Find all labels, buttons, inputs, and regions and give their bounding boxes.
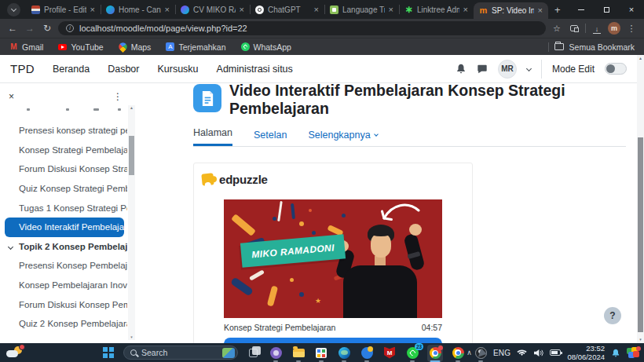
course-index-item[interactable]: Konsep Pembelajaran Inov... <box>0 276 127 295</box>
nav-link-dasbor[interactable]: Dasbor <box>108 64 139 75</box>
site-info-icon[interactable]: i <box>66 24 74 32</box>
course-index-item[interactable]: Prensesi konsep strategi pe... <box>0 121 127 141</box>
messages-icon[interactable] <box>477 64 488 75</box>
bookmark-maps[interactable]: Maps <box>119 42 152 52</box>
browser-tab[interactable]: Profile - Edit | M × <box>26 0 101 19</box>
browser-tab[interactable]: ∗ Linktree Admin × <box>399 0 474 19</box>
course-index-item[interactable]: Konsep Strategi Pembelajar... <box>0 141 127 160</box>
chevron-down-icon[interactable] <box>526 66 532 71</box>
page-title: Video Interaktif Pembelajaran Konsep Str… <box>229 82 644 118</box>
browser-menu-icon[interactable]: ⋮ <box>625 24 638 34</box>
nav-link-kursusku[interactable]: Kursusku <box>157 64 198 75</box>
video-thumbnail[interactable]: ★ <box>224 199 442 318</box>
bookmark-youtube[interactable]: YouTube <box>58 42 103 52</box>
taskbar-app-purple[interactable] <box>268 343 284 362</box>
close-drawer-icon[interactable]: × <box>9 91 14 102</box>
page-scrollbar[interactable]: ▲ ▾ <box>637 55 644 343</box>
scrollbar-thumb[interactable] <box>638 137 643 332</box>
bookmark-gmail[interactable]: M Gmail <box>9 42 43 52</box>
maximize-button[interactable] <box>594 0 619 19</box>
taskbar-clock[interactable]: 23:52 08/06/2024 <box>567 344 605 361</box>
bookmark-whatsapp[interactable]: WhatsApp <box>241 42 291 52</box>
scroll-up-icon[interactable]: ▲ <box>637 55 644 61</box>
course-index-item[interactable]: Tugas 1 Konsep Strategi Pe... <box>0 198 127 218</box>
tab-setelan[interactable]: Setelan <box>254 130 287 146</box>
edpuzzle-logo-text[interactable]: edpuzzle <box>219 173 268 186</box>
scroll-up-icon[interactable]: ▲ <box>128 105 135 111</box>
scrollbar-thumb[interactable] <box>129 136 134 175</box>
weather-widget[interactable] <box>6 346 24 360</box>
language-indicator[interactable]: ENG <box>493 349 511 357</box>
chrome-button-profile2[interactable] <box>450 343 466 362</box>
microsoft-store-button[interactable] <box>313 343 329 362</box>
site-brand[interactable]: TPD <box>10 62 35 75</box>
close-icon[interactable]: × <box>538 6 543 15</box>
cloud-icon <box>6 350 18 357</box>
edge-icon <box>338 347 350 359</box>
help-button[interactable]: ? <box>604 307 621 324</box>
course-index-item[interactable]: Forum Diskusi Konsep Pem... <box>0 294 127 314</box>
tab-search-button[interactable] <box>7 3 20 16</box>
edit-mode-toggle[interactable] <box>605 63 627 75</box>
edge-button[interactable] <box>336 343 352 362</box>
browser-tab-active[interactable]: m SP: Video Interak × <box>474 2 548 19</box>
close-icon[interactable]: × <box>90 5 95 14</box>
video-start-button[interactable] <box>224 338 442 343</box>
browser-tab[interactable]: Home - Canva × <box>101 0 175 19</box>
mcafee-button[interactable]: M <box>382 343 397 362</box>
address-bar[interactable]: i localhost/moodle/mod/page/view.php?id=… <box>58 21 546 35</box>
back-button[interactable]: ← <box>6 23 19 34</box>
bookmark-translate[interactable]: A Terjemahkan <box>166 42 225 52</box>
notification-bell-icon[interactable] <box>611 348 620 358</box>
bookmarks-bar: M Gmail YouTube Maps A Terjemahkan Whats… <box>0 38 644 55</box>
nav-link-beranda[interactable]: Beranda <box>53 64 90 75</box>
course-index-item[interactable]: Quiz Konsep Strategi Pemb... <box>0 179 127 199</box>
course-index-item[interactable]: Quiz 2 Konsep Pembelajara... <box>0 314 127 334</box>
close-icon[interactable]: × <box>165 5 170 14</box>
close-icon[interactable]: × <box>314 5 319 14</box>
chrome-button-active[interactable] <box>427 345 443 362</box>
notification-bell-icon[interactable] <box>456 63 467 75</box>
minimize-button[interactable] <box>569 0 594 19</box>
send-to-devices-icon[interactable] <box>568 24 580 33</box>
whatsapp-button[interactable]: 23 <box>404 343 420 362</box>
close-icon[interactable]: × <box>463 5 468 14</box>
user-avatar[interactable]: MR <box>498 60 517 79</box>
bookmark-star-icon[interactable]: ☆ <box>551 24 563 34</box>
scroll-down-icon[interactable]: ▾ <box>637 336 644 342</box>
course-index-item-active[interactable]: Video Interaktif Pembelajar... <box>5 218 124 237</box>
course-index-item[interactable]: Presensi Konsep Pembelaja... <box>0 256 127 276</box>
browser-tab[interactable]: CV MIKO RAMA × <box>175 0 250 19</box>
reload-button[interactable]: ↻ <box>41 23 53 34</box>
tray-app-icon[interactable] <box>478 349 487 357</box>
browser-tab[interactable]: Language Transl × <box>324 0 399 19</box>
new-tab-button[interactable]: + <box>554 4 561 16</box>
nav-link-administrasi[interactable]: Administrasi situs <box>217 64 293 75</box>
taskbar-app-blue[interactable] <box>359 343 375 362</box>
tab-selengkapnya[interactable]: Selengkapnya <box>308 130 377 146</box>
forward-button[interactable]: → <box>24 23 36 34</box>
battery-icon[interactable] <box>550 349 561 356</box>
scroll-down-icon[interactable]: ▾ <box>128 335 135 340</box>
course-index-item[interactable]: Forum Diskusi Konsep Strat... <box>0 159 127 179</box>
file-explorer-button[interactable] <box>291 343 306 362</box>
all-bookmarks[interactable]: Semua Bookmark <box>548 42 635 52</box>
close-icon[interactable]: × <box>240 5 244 14</box>
browser-profile-avatar[interactable]: m <box>608 22 620 35</box>
tab-halaman[interactable]: Halaman <box>193 127 232 146</box>
volume-icon[interactable] <box>533 349 543 357</box>
browser-tab[interactable]: ChatGPT × <box>250 0 324 19</box>
start-button[interactable] <box>101 343 116 362</box>
course-index-drawer: × ⋮ Prensesi konsep strategi pe... Konse… <box>0 83 135 343</box>
sidebar-scrollbar[interactable]: ▲ ▾ <box>128 105 135 340</box>
drawer-menu-icon[interactable]: ⋮ <box>113 91 123 102</box>
close-window-button[interactable]: × <box>619 0 644 19</box>
close-icon[interactable]: × <box>389 5 393 14</box>
course-index-section[interactable]: Topik 2 Konsep Pembelaj... <box>0 237 127 257</box>
task-view-button[interactable] <box>245 343 261 362</box>
wifi-icon[interactable] <box>517 349 527 357</box>
downloads-icon[interactable]: ↓ <box>591 24 603 34</box>
hidden-icons-chevron[interactable]: ∧ <box>467 349 472 357</box>
taskbar-search[interactable]: Search <box>123 346 238 360</box>
colorful-app-icon[interactable] <box>627 347 639 359</box>
